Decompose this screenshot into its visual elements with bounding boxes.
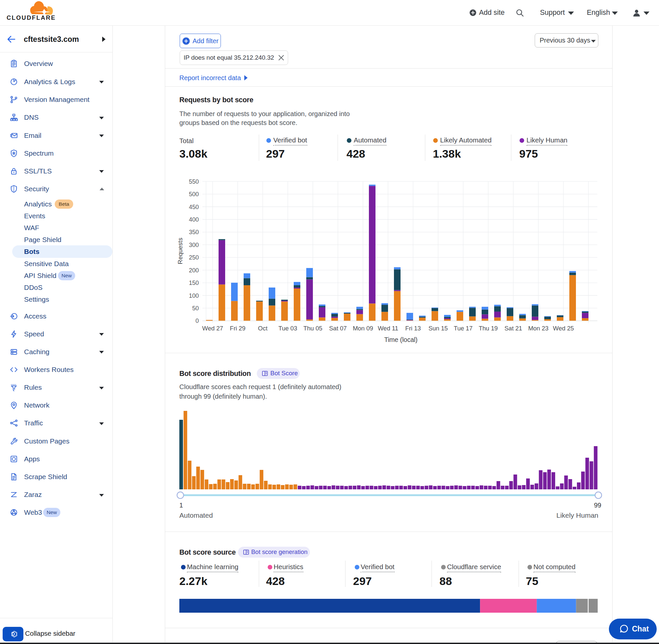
svg-text:Mon 23: Mon 23 [528,325,548,332]
svg-text:Mon 09: Mon 09 [353,325,373,332]
svg-text:350: 350 [189,229,199,235]
svg-text:500: 500 [189,191,199,198]
svg-text:100: 100 [189,293,199,299]
svg-text:Sun 15: Sun 15 [428,325,448,332]
svg-text:400: 400 [189,216,199,223]
svg-text:250: 250 [189,254,199,261]
svg-text:Wed 25: Wed 25 [553,325,573,332]
svg-text:Tue 17: Tue 17 [454,325,473,332]
svg-text:Sat 21: Sat 21 [504,325,522,332]
svg-text:Automated: Automated [179,511,213,519]
svg-text:450: 450 [189,204,199,210]
svg-text:Fri 13: Fri 13 [405,325,421,332]
svg-text:0: 0 [195,318,199,324]
svg-text:Fri 29: Fri 29 [230,325,245,332]
svg-text:1: 1 [179,502,183,509]
svg-text:Thu 19: Thu 19 [479,325,498,332]
svg-text:99: 99 [594,502,601,509]
svg-text:Time (local): Time (local) [384,336,417,343]
svg-text:Requests: Requests [177,238,184,264]
svg-text:550: 550 [189,178,199,185]
svg-text:300: 300 [189,242,199,248]
svg-text:150: 150 [189,280,199,286]
svg-text:Wed 27: Wed 27 [202,325,223,332]
svg-text:Wed 11: Wed 11 [378,325,398,332]
svg-text:50: 50 [192,305,199,312]
svg-text:Oct: Oct [258,325,268,332]
svg-text:Likely Human: Likely Human [557,511,598,519]
svg-text:200: 200 [189,267,199,274]
svg-text:Tue 03: Tue 03 [279,325,297,332]
svg-text:Thu 05: Thu 05 [303,325,323,332]
svg-text:Sat 07: Sat 07 [329,325,347,332]
